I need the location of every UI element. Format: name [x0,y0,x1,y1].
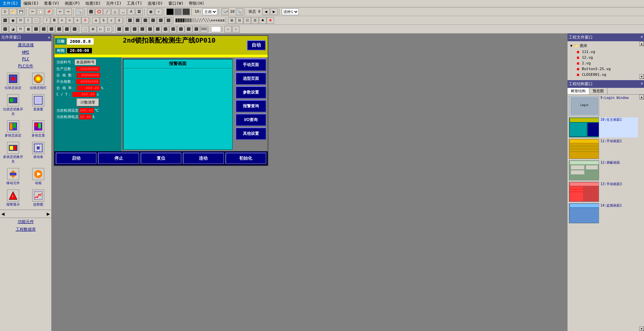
icon-multi-state-set[interactable]: 多状态设定 [1,119,25,139]
tb3-3[interactable]: H [17,26,24,33]
tb-line[interactable]: ╱ [103,8,111,15]
icon-animation[interactable]: 动画 [26,167,50,187]
tb-state-next[interactable]: ▶ [270,8,278,15]
tb3-5[interactable]: ⬛ [32,26,40,33]
tb3-10[interactable]: ⬛ [71,26,78,33]
nav-plc-element[interactable]: PLC元件 [0,62,51,70]
tb3-19[interactable]: ⬛ [146,26,154,33]
tb2-3[interactable]: H [17,17,24,24]
left-panel-close[interactable]: × [48,35,50,40]
menu-tools[interactable]: 工具(T) [124,0,145,7]
scroll-right-btn[interactable]: ▶ [47,211,50,217]
tb-undo[interactable]: ↩ [56,8,64,15]
right-panel-close[interactable]: × [641,35,643,40]
tb2-d[interactable]: d [115,17,123,24]
thumb-11-item[interactable]: 11:手动画面1 [569,139,638,159]
tb-state-prev[interactable]: ◀ [262,8,270,15]
tree-root[interactable]: ▼ 📁 图库 [569,43,638,49]
main-screen-select[interactable]: 主画 [203,8,217,15]
nav-io-btn[interactable]: I/O查询 [235,114,266,126]
tb3-8[interactable]: ⬛ [55,26,63,33]
nav-other-btn[interactable]: 其他设置 [235,127,266,140]
thumb-14-item[interactable]: 14:监视画面1 [569,203,638,223]
tb3-17[interactable]: ⬛ [131,26,138,33]
tb-black[interactable] [166,8,174,15]
tb2-a[interactable]: a [92,17,100,24]
tb2-e[interactable]: ⬛ [126,17,133,24]
file-button3[interactable]: ■ Button3-25.vg [569,66,638,72]
nav-alarm-btn[interactable]: 报警查询 [235,100,266,112]
tab-preview[interactable]: 预览图 [589,88,607,94]
nav-manual-btn[interactable]: 手动页面 [235,59,266,71]
menu-help[interactable]: 帮助(H) [186,0,207,7]
tb3-20[interactable]: ⬛ [154,26,161,33]
lang-select[interactable]: 语种1 [282,8,299,15]
thumb-13-item[interactable]: 13:手动画面3 [569,182,638,202]
thumb-scroll-down[interactable]: ▼ [639,326,644,331]
tb-paste[interactable]: 📌 [45,8,52,15]
icon-bit-switch[interactable]: 位状态切换开关 [1,93,25,118]
tb-cut[interactable]: ✂ [29,8,36,15]
tb-find[interactable]: 🔍 [76,8,83,15]
tb-img[interactable]: 🖼 [136,8,143,15]
file-12vg[interactable]: ■ 12.vg [569,55,638,60]
tb2-g[interactable]: ⬛ [142,17,149,24]
tb3-7[interactable]: ⬛ [48,26,55,33]
tb2-h[interactable]: ⬛ [149,17,157,24]
tb2-4[interactable]: I [24,17,32,24]
menu-element[interactable]: 元件(I) [103,0,124,7]
action-link-btn[interactable]: 连动 [183,153,224,164]
tb2-align-c[interactable]: ≡ [66,17,73,24]
tb3-24[interactable]: ⬛ [185,26,192,33]
nav-func-elements[interactable]: 功能元件 [0,218,51,226]
tb-color2[interactable] [182,8,190,15]
thumb-10-item[interactable]: 10:生主画面1 [569,117,638,137]
tb2-5[interactable]: ⬚ [32,17,40,24]
tb-circle[interactable]: ⭕ [95,8,103,15]
tb3-11[interactable]: ⬚ [82,26,89,33]
tb3-16[interactable]: ⬛ [123,26,130,33]
tb3-1[interactable]: ⬛ [1,26,9,33]
tb3-25[interactable]: ⬛ [193,26,200,33]
tb-zoomin[interactable]: 🔍+ [221,8,229,15]
action-stop-btn[interactable]: 停止 [98,153,139,164]
tb2-j[interactable]: ⬛ [165,17,172,24]
icon-move-element[interactable]: 移动元件 [1,167,25,187]
tb-text[interactable]: A [127,8,135,15]
thumb-scroll-up[interactable]: ▲ [639,95,644,99]
tb2-c[interactable]: c [108,17,115,24]
tb3-13[interactable]: ▷ [97,26,104,33]
coord-x[interactable] [211,26,221,32]
tb3-6[interactable]: ⬛ [40,26,47,33]
tb-new[interactable]: 🗋 [1,8,9,15]
tb3-4[interactable]: ▦ [24,26,32,33]
tb3-2[interactable]: ◪ [9,26,16,33]
nav-select-btn[interactable]: 选型页面 [235,72,266,85]
menu-edit[interactable]: 编辑(E) [21,0,42,7]
tb2-align1[interactable]: ⊞ [228,17,235,24]
tb2-color[interactable]: A [82,17,89,24]
tb-redo[interactable]: ↪ [64,8,72,15]
right-struct-close[interactable]: × [641,81,643,87]
tb-copy[interactable]: 📋 [37,8,44,15]
thumb-12-item[interactable]: 12:屏蔽画面 [569,160,638,180]
tb3-26[interactable]: 500 [200,26,208,33]
action-init-btn[interactable]: 初始化 [225,153,266,164]
nav-param-btn[interactable]: 参数设置 [235,86,266,99]
tb-save[interactable]: 💾 [17,8,25,15]
file-111vg[interactable]: ■ 111.vg [569,49,638,55]
tab-tree[interactable]: 树形结构 [568,88,589,94]
icon-trend[interactable]: 趋势图 [26,188,50,208]
tb-group[interactable]: ▦ [147,8,154,15]
tb2-star[interactable]: ✺ [259,17,266,24]
tb2-cross[interactable]: ✖ [267,17,274,24]
tb-color1[interactable] [174,8,182,15]
action-start-btn[interactable]: 启动 [56,153,97,164]
scroll-up-btn[interactable]: ▲ [639,41,644,46]
icon-scroll[interactable]: 滚动条 [26,141,50,165]
nav-hmi[interactable]: HMI [0,49,51,56]
menu-options[interactable]: 选项(O) [145,0,166,7]
tb2-align-l[interactable]: ≡ [58,17,66,24]
tb2-align3[interactable]: ☷ [244,17,251,24]
tb-poly[interactable]: △ [111,8,119,15]
